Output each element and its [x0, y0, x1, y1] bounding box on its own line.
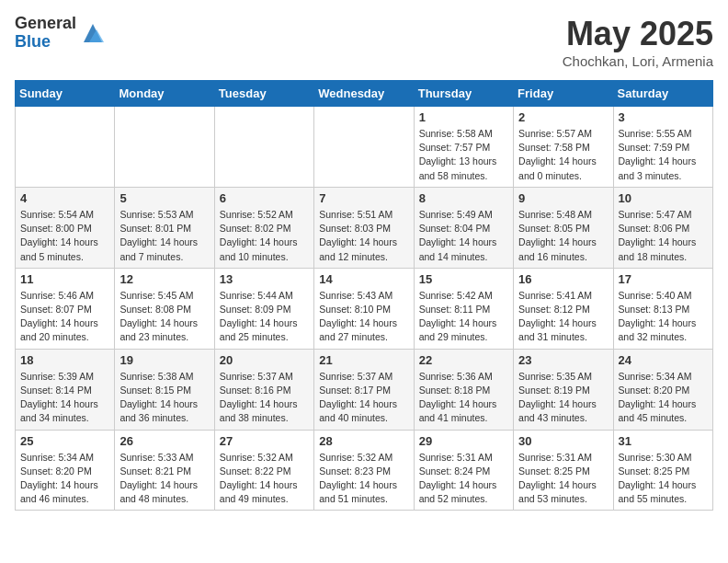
calendar-cell: 20Sunrise: 5:37 AM Sunset: 8:16 PM Dayli…	[214, 349, 313, 430]
month-title: May 2025	[563, 15, 713, 53]
day-number: 8	[419, 191, 508, 205]
day-number: 15	[419, 272, 508, 286]
calendar-cell	[314, 107, 414, 188]
logo-blue-text: Blue	[15, 33, 76, 52]
weekday-header-monday: Monday	[115, 81, 214, 107]
logo: General Blue	[15, 15, 106, 52]
day-info: Sunrise: 5:39 AM Sunset: 8:14 PM Dayligh…	[20, 370, 109, 426]
day-number: 23	[518, 353, 608, 367]
calendar-cell: 18Sunrise: 5:39 AM Sunset: 8:14 PM Dayli…	[16, 349, 115, 430]
day-number: 27	[220, 434, 309, 448]
calendar-cell: 25Sunrise: 5:34 AM Sunset: 8:20 PM Dayli…	[16, 430, 115, 511]
day-info: Sunrise: 5:30 AM Sunset: 8:25 PM Dayligh…	[619, 451, 708, 507]
day-info: Sunrise: 5:37 AM Sunset: 8:16 PM Dayligh…	[220, 370, 309, 426]
calendar-cell: 19Sunrise: 5:38 AM Sunset: 8:15 PM Dayli…	[115, 349, 214, 430]
day-number: 9	[518, 191, 608, 205]
calendar-cell: 14Sunrise: 5:43 AM Sunset: 8:10 PM Dayli…	[314, 268, 414, 349]
day-info: Sunrise: 5:34 AM Sunset: 8:20 PM Dayligh…	[619, 370, 708, 426]
day-number: 7	[319, 191, 408, 205]
day-number: 28	[319, 434, 408, 448]
day-info: Sunrise: 5:41 AM Sunset: 8:12 PM Dayligh…	[518, 289, 608, 345]
day-number: 26	[119, 434, 209, 448]
calendar-cell: 10Sunrise: 5:47 AM Sunset: 8:06 PM Dayli…	[613, 187, 712, 268]
day-info: Sunrise: 5:35 AM Sunset: 8:19 PM Dayligh…	[518, 370, 608, 426]
day-info: Sunrise: 5:42 AM Sunset: 8:11 PM Dayligh…	[419, 289, 508, 345]
day-number: 18	[20, 353, 109, 367]
day-info: Sunrise: 5:45 AM Sunset: 8:08 PM Dayligh…	[119, 289, 209, 345]
day-number: 19	[119, 353, 209, 367]
calendar-cell	[16, 107, 115, 188]
day-info: Sunrise: 5:49 AM Sunset: 8:04 PM Dayligh…	[419, 208, 508, 264]
weekday-header-thursday: Thursday	[414, 81, 513, 107]
calendar-week-row: 1Sunrise: 5:58 AM Sunset: 7:57 PM Daylig…	[16, 107, 713, 188]
calendar-cell: 16Sunrise: 5:41 AM Sunset: 8:12 PM Dayli…	[514, 268, 613, 349]
calendar-cell: 27Sunrise: 5:32 AM Sunset: 8:22 PM Dayli…	[214, 430, 313, 511]
weekday-header-friday: Friday	[514, 81, 613, 107]
day-number: 3	[619, 110, 708, 124]
calendar-cell: 28Sunrise: 5:32 AM Sunset: 8:23 PM Dayli…	[314, 430, 414, 511]
day-number: 11	[20, 272, 109, 286]
day-info: Sunrise: 5:58 AM Sunset: 7:57 PM Dayligh…	[419, 127, 508, 183]
logo-general-text: General	[15, 15, 76, 33]
day-info: Sunrise: 5:46 AM Sunset: 8:07 PM Dayligh…	[20, 289, 109, 345]
calendar-cell: 23Sunrise: 5:35 AM Sunset: 8:19 PM Dayli…	[514, 349, 613, 430]
weekday-header-tuesday: Tuesday	[214, 81, 313, 107]
weekday-header-wednesday: Wednesday	[314, 81, 414, 107]
day-info: Sunrise: 5:31 AM Sunset: 8:24 PM Dayligh…	[419, 451, 508, 507]
calendar-cell: 31Sunrise: 5:30 AM Sunset: 8:25 PM Dayli…	[613, 430, 712, 511]
calendar-cell: 8Sunrise: 5:49 AM Sunset: 8:04 PM Daylig…	[414, 187, 513, 268]
day-number: 13	[220, 272, 309, 286]
calendar-cell: 15Sunrise: 5:42 AM Sunset: 8:11 PM Dayli…	[414, 268, 513, 349]
calendar-cell: 5Sunrise: 5:53 AM Sunset: 8:01 PM Daylig…	[115, 187, 214, 268]
day-info: Sunrise: 5:47 AM Sunset: 8:06 PM Dayligh…	[619, 208, 708, 264]
day-info: Sunrise: 5:43 AM Sunset: 8:10 PM Dayligh…	[319, 289, 408, 345]
day-info: Sunrise: 5:32 AM Sunset: 8:23 PM Dayligh…	[319, 451, 408, 507]
day-number: 21	[319, 353, 408, 367]
day-info: Sunrise: 5:34 AM Sunset: 8:20 PM Dayligh…	[20, 451, 109, 507]
calendar-table: SundayMondayTuesdayWednesdayThursdayFrid…	[15, 80, 713, 511]
calendar-cell	[115, 107, 214, 188]
calendar-cell: 12Sunrise: 5:45 AM Sunset: 8:08 PM Dayli…	[115, 268, 214, 349]
day-number: 24	[619, 353, 708, 367]
page-header: General Blue May 2025 Chochkan, Lori, Ar…	[15, 15, 713, 69]
day-number: 20	[220, 353, 309, 367]
calendar-cell: 24Sunrise: 5:34 AM Sunset: 8:20 PM Dayli…	[613, 349, 712, 430]
calendar-cell: 9Sunrise: 5:48 AM Sunset: 8:05 PM Daylig…	[514, 187, 613, 268]
day-info: Sunrise: 5:48 AM Sunset: 8:05 PM Dayligh…	[518, 208, 608, 264]
calendar-cell	[214, 107, 313, 188]
calendar-cell: 1Sunrise: 5:58 AM Sunset: 7:57 PM Daylig…	[414, 107, 513, 188]
day-info: Sunrise: 5:57 AM Sunset: 7:58 PM Dayligh…	[518, 127, 608, 183]
calendar-week-row: 18Sunrise: 5:39 AM Sunset: 8:14 PM Dayli…	[16, 349, 713, 430]
weekday-header-saturday: Saturday	[613, 81, 712, 107]
calendar-cell: 7Sunrise: 5:51 AM Sunset: 8:03 PM Daylig…	[314, 187, 414, 268]
day-info: Sunrise: 5:40 AM Sunset: 8:13 PM Dayligh…	[619, 289, 708, 345]
day-number: 4	[20, 191, 109, 205]
title-block: May 2025 Chochkan, Lori, Armenia	[563, 15, 713, 69]
calendar-cell: 22Sunrise: 5:36 AM Sunset: 8:18 PM Dayli…	[414, 349, 513, 430]
day-number: 5	[119, 191, 209, 205]
day-info: Sunrise: 5:55 AM Sunset: 7:59 PM Dayligh…	[619, 127, 708, 183]
day-number: 1	[419, 110, 508, 124]
calendar-cell: 21Sunrise: 5:37 AM Sunset: 8:17 PM Dayli…	[314, 349, 414, 430]
calendar-week-row: 25Sunrise: 5:34 AM Sunset: 8:20 PM Dayli…	[16, 430, 713, 511]
day-number: 2	[518, 110, 608, 124]
day-number: 16	[518, 272, 608, 286]
day-number: 30	[518, 434, 608, 448]
day-number: 25	[20, 434, 109, 448]
day-number: 31	[619, 434, 708, 448]
day-number: 14	[319, 272, 408, 286]
day-info: Sunrise: 5:52 AM Sunset: 8:02 PM Dayligh…	[220, 208, 309, 264]
day-number: 12	[119, 272, 209, 286]
calendar-cell: 3Sunrise: 5:55 AM Sunset: 7:59 PM Daylig…	[613, 107, 712, 188]
calendar-cell: 13Sunrise: 5:44 AM Sunset: 8:09 PM Dayli…	[214, 268, 313, 349]
day-info: Sunrise: 5:53 AM Sunset: 8:01 PM Dayligh…	[119, 208, 209, 264]
calendar-cell: 29Sunrise: 5:31 AM Sunset: 8:24 PM Dayli…	[414, 430, 513, 511]
calendar-cell: 2Sunrise: 5:57 AM Sunset: 7:58 PM Daylig…	[514, 107, 613, 188]
day-number: 22	[419, 353, 508, 367]
calendar-week-row: 11Sunrise: 5:46 AM Sunset: 8:07 PM Dayli…	[16, 268, 713, 349]
day-number: 17	[619, 272, 708, 286]
day-number: 10	[619, 191, 708, 205]
day-info: Sunrise: 5:38 AM Sunset: 8:15 PM Dayligh…	[119, 370, 209, 426]
calendar-cell: 26Sunrise: 5:33 AM Sunset: 8:21 PM Dayli…	[115, 430, 214, 511]
day-info: Sunrise: 5:36 AM Sunset: 8:18 PM Dayligh…	[419, 370, 508, 426]
